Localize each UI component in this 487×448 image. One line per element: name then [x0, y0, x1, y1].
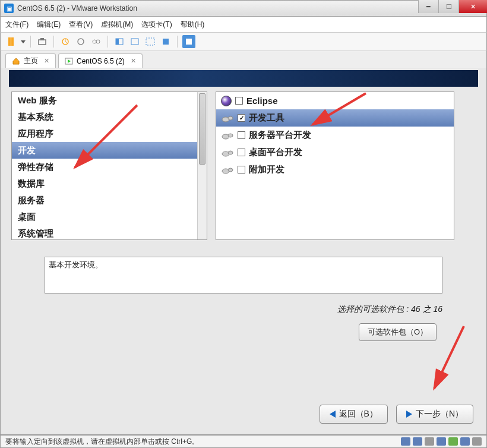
window-titlebar: ▣ CentOS 6.5 (2) - VMware Workstation ━ …	[0, 0, 487, 17]
menu-vm[interactable]: 虚拟机(M)	[101, 20, 133, 30]
menu-help[interactable]: 帮助(H)	[181, 20, 205, 30]
menu-file[interactable]: 文件(F)	[5, 20, 29, 30]
category-item[interactable]: 数据库	[12, 175, 207, 192]
svg-point-18	[228, 151, 233, 154]
eclipse-icon	[221, 96, 232, 106]
checkbox[interactable]: ✓	[238, 114, 245, 122]
device-icon[interactable]	[472, 437, 482, 446]
scroll-thumb[interactable]	[199, 93, 205, 165]
arrow-left-icon	[330, 411, 336, 418]
device-icon[interactable]	[448, 437, 458, 446]
category-item[interactable]: 桌面	[12, 209, 207, 225]
tab-bar: 主页 ✕ CentOS 6.5 (2) ✕	[0, 51, 487, 68]
description-box: 基本开发环境。	[45, 257, 442, 294]
menu-edit[interactable]: 编辑(E)	[37, 20, 61, 30]
optional-packages-label: 可选软件包（O）	[368, 327, 428, 337]
separator	[53, 36, 54, 48]
maximize-button[interactable]: ☐	[438, 0, 458, 13]
package-label: 桌面平台开发	[249, 147, 302, 158]
status-text: 要将输入定向到该虚拟机，请在虚拟机内部单击或按 Ctrl+G。	[5, 437, 199, 447]
snapshot-button[interactable]	[36, 35, 49, 48]
device-icon[interactable]	[460, 437, 470, 446]
package-item[interactable]: Eclipse	[216, 92, 454, 109]
package-item[interactable]: 附加开发	[216, 161, 454, 178]
separator	[177, 36, 178, 48]
device-icon[interactable]	[413, 437, 422, 446]
home-icon	[12, 57, 20, 65]
toolbar	[0, 32, 487, 51]
separator	[107, 36, 108, 48]
snap-manage-icon[interactable]	[90, 35, 103, 48]
category-item[interactable]: 弹性存储	[12, 159, 207, 175]
view-stretch-icon[interactable]	[128, 35, 141, 48]
pause-button[interactable]	[4, 35, 17, 48]
svg-rect-10	[163, 39, 169, 45]
vm-display: Web 服务基本系统应用程序开发弹性存储数据库服务器桌面系统管理 Eclipse…	[0, 68, 487, 435]
device-icon[interactable]	[437, 437, 446, 446]
package-label: Eclipse	[246, 96, 278, 106]
category-list: Web 服务基本系统应用程序开发弹性存储数据库服务器桌面系统管理	[11, 92, 207, 240]
svg-point-20	[228, 168, 233, 172]
package-item[interactable]: 桌面平台开发	[216, 144, 454, 161]
scrollbar[interactable]	[197, 92, 207, 239]
arrow-right-icon	[406, 411, 412, 418]
package-icon	[221, 166, 234, 174]
svg-rect-7	[116, 39, 119, 45]
category-item[interactable]: 基本系统	[12, 109, 207, 125]
package-item[interactable]: ✓开发工具	[216, 109, 454, 127]
status-icons	[401, 437, 482, 446]
menu-tabs[interactable]: 选项卡(T)	[141, 20, 172, 30]
next-label: 下一步（N）	[416, 409, 463, 419]
app-icon: ▣	[4, 4, 14, 13]
close-icon[interactable]: ✕	[131, 57, 136, 65]
tab-home-label: 主页	[24, 56, 38, 66]
checkbox[interactable]	[238, 131, 245, 139]
tab-vm-label: CentOS 6.5 (2)	[77, 57, 125, 65]
svg-rect-11	[186, 39, 192, 45]
separator	[30, 36, 31, 48]
category-item[interactable]: 服务器	[12, 192, 207, 209]
package-icon	[221, 149, 234, 157]
checkbox[interactable]	[235, 97, 243, 105]
package-label: 开发工具	[249, 112, 284, 124]
svg-point-3	[78, 39, 84, 45]
menu-view[interactable]: 查看(V)	[69, 20, 93, 30]
tab-vm[interactable]: CentOS 6.5 (2) ✕	[58, 53, 143, 68]
package-count: 选择的可选软件包 : 46 之 16	[3, 304, 442, 315]
package-icon	[221, 131, 234, 140]
category-item[interactable]: Web 服务	[12, 92, 207, 109]
unity-icon[interactable]	[159, 35, 172, 48]
svg-rect-1	[40, 38, 44, 40]
close-icon[interactable]: ✕	[44, 57, 49, 65]
pause-dropdown-icon[interactable]	[21, 40, 26, 43]
back-button[interactable]: 返回（B）	[320, 405, 388, 424]
next-button[interactable]: 下一步（N）	[396, 405, 473, 424]
minimize-button[interactable]: ━	[418, 0, 438, 13]
category-item[interactable]: 开发	[12, 142, 207, 159]
library-icon[interactable]	[182, 35, 195, 48]
package-label: 服务器平台开发	[249, 130, 311, 141]
package-label: 附加开发	[249, 164, 284, 175]
category-item[interactable]: 系统管理	[12, 225, 207, 242]
tab-home[interactable]: 主页 ✕	[5, 53, 56, 68]
checkbox[interactable]	[238, 149, 245, 156]
fullscreen-icon[interactable]	[144, 35, 157, 48]
package-item[interactable]: 服务器平台开发	[216, 127, 454, 144]
snap-revert-icon[interactable]	[74, 35, 87, 48]
svg-rect-0	[39, 40, 46, 45]
svg-rect-9	[146, 38, 154, 45]
snap-take-icon[interactable]	[59, 35, 72, 48]
svg-rect-8	[131, 39, 138, 45]
view-console-icon[interactable]	[113, 35, 126, 48]
checkbox[interactable]	[238, 166, 245, 173]
svg-point-14	[228, 116, 233, 120]
close-button[interactable]: ✕	[458, 0, 487, 13]
window-title: CentOS 6.5 (2) - VMware Workstation	[17, 4, 137, 12]
svg-point-4	[93, 40, 96, 43]
device-icon[interactable]	[425, 437, 434, 446]
device-icon[interactable]	[401, 437, 410, 446]
optional-packages-button[interactable]: 可选软件包（O）	[359, 323, 437, 341]
category-item[interactable]: 应用程序	[12, 125, 207, 142]
svg-line-23	[434, 326, 464, 389]
installer-header	[9, 70, 478, 87]
